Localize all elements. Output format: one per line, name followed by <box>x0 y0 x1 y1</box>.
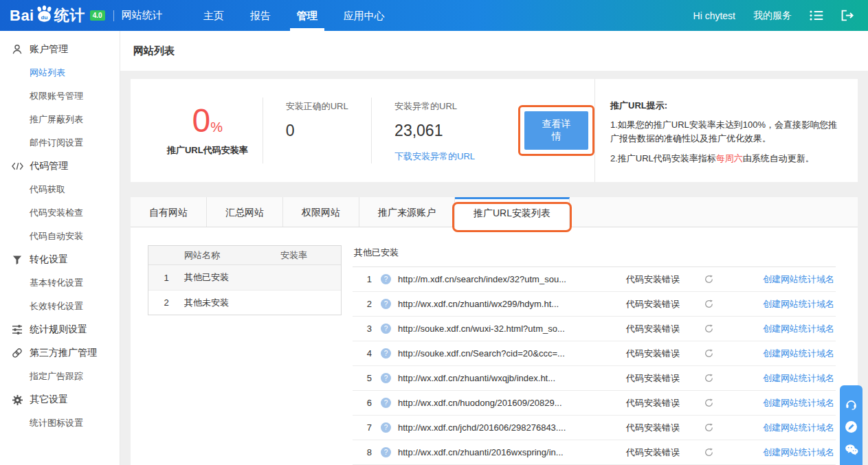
question-icon[interactable]: ? <box>381 324 391 334</box>
url-row-index: 3 <box>353 324 372 334</box>
sidebar-item-longterm-conversion[interactable]: 长效转化设置 <box>0 295 120 318</box>
sidebar-item-basic-conversion[interactable]: 基本转化设置 <box>0 271 120 295</box>
sidebar-item-code-install-check[interactable]: 代码安装检查 <box>0 201 120 225</box>
refresh-icon[interactable] <box>704 448 713 457</box>
refresh-icon[interactable] <box>704 398 713 407</box>
sidebar-section-account[interactable]: 账户管理 <box>0 38 120 61</box>
create-site-domain-link[interactable]: 创建网站统计域名 <box>763 422 836 434</box>
question-icon[interactable]: ? <box>381 447 391 457</box>
create-site-domain-link[interactable]: 创建网站统计域名 <box>763 348 836 360</box>
status-label: 代码安装错误 <box>626 323 695 335</box>
sidebar-item-code-auto-install[interactable]: 代码自动安装 <box>0 225 120 248</box>
sidebar-section-thirdparty[interactable]: 第三方推广管理 <box>0 341 120 365</box>
url-row: 6 ? http://wx.xdf.cn/huodong/201609/2082… <box>353 391 836 416</box>
question-icon[interactable]: ? <box>381 299 391 309</box>
tips-line-2-suffix: 由系统自动更新。 <box>743 153 814 163</box>
refresh-icon[interactable] <box>704 275 713 284</box>
create-site-domain-link[interactable]: 创建网站统计域名 <box>763 323 836 335</box>
install-stats-card: 0% 推广URL代码安装率 安装正确的URL 0 安装异常的URL 23,061… <box>131 79 858 182</box>
user-icon <box>11 44 23 55</box>
rate-unit: % <box>210 120 223 135</box>
top-header: Bai du 统计 4.0 网站统计 主页 报告 管理 应用中心 Hi <box>0 0 868 31</box>
question-icon[interactable]: ? <box>381 274 391 284</box>
install-rate-label: 推广URL代码安装率 <box>153 144 263 157</box>
site-row-installed[interactable]: 1 其他已安装 <box>148 265 341 290</box>
sidebar-item-website-list[interactable]: 网站列表 <box>0 61 120 84</box>
sidebar-item-permission-account[interactable]: 权限账号管理 <box>0 84 120 108</box>
tab-promo-source-accounts[interactable]: 推广来源账户 <box>359 197 455 227</box>
tab-promo-url-install-list[interactable]: 推广URL安装列表 <box>455 197 570 227</box>
sidebar-item-code-get[interactable]: 代码获取 <box>0 178 120 201</box>
nav-app-center[interactable]: 应用中心 <box>331 0 398 31</box>
status-label: 代码安装错误 <box>626 446 695 459</box>
refresh-icon[interactable] <box>704 374 713 383</box>
user-greeting[interactable]: Hi chytest <box>693 10 735 21</box>
refresh-icon[interactable] <box>704 423 713 432</box>
baidu-tongji-logo[interactable]: Bai du 统计 4.0 网站统计 <box>0 5 163 26</box>
tips-line-2-highlight: 每周六 <box>716 153 743 163</box>
sidebar-item-stat-icon-settings[interactable]: 统计图标设置 <box>0 411 120 435</box>
nav-app-center-label: 应用中心 <box>344 10 385 21</box>
create-site-domain-link[interactable]: 创建网站统计域名 <box>763 273 836 286</box>
site-name-table: 网站名称 安装率 1 其他已安装 2 其他未安装 <box>148 245 342 315</box>
url-row: 1 ? http://m.xdf.cn/search/index/32?utm_… <box>353 267 836 292</box>
list-menu-icon[interactable] <box>810 10 823 21</box>
tab-summary-sites[interactable]: 汇总网站 <box>207 197 283 227</box>
floating-toolbar <box>840 385 863 465</box>
url-row: 8 ? http://wx.xdf.cn/zhuanti/2016wxsprin… <box>353 440 836 465</box>
url-row-index: 8 <box>353 447 372 457</box>
sidebar-item-email-subscription[interactable]: 邮件订阅设置 <box>0 131 120 155</box>
status-label: 代码安装错误 <box>626 348 695 360</box>
sidebar-section-conversion[interactable]: 转化设置 <box>0 248 120 271</box>
download-abnormal-url-link[interactable]: 下载安装异常的URL <box>394 150 510 163</box>
tips-title: 推广URL提示: <box>610 100 840 112</box>
question-icon[interactable]: ? <box>381 398 391 408</box>
site-row-index: 2 <box>148 297 184 308</box>
correct-url-label: 安装正确的URL <box>286 100 371 113</box>
status-label: 代码安装错误 <box>626 372 695 385</box>
tab-own-sites[interactable]: 自有网站 <box>131 197 207 227</box>
url-row: 2 ? http://wx.xdf.cn/zhuanti/wx299/hdym.… <box>353 292 836 317</box>
my-services-link[interactable]: 我的服务 <box>753 10 792 22</box>
nav-home[interactable]: 主页 <box>190 0 237 31</box>
refresh-icon[interactable] <box>704 349 713 358</box>
refresh-icon[interactable] <box>704 299 713 308</box>
create-site-domain-link[interactable]: 创建网站统计域名 <box>763 446 836 459</box>
tips-line-1: 1.如果您的推广URL安装率未达到100%，会直接影响您推广报告数据的准确性以及… <box>610 118 840 146</box>
nav-reports[interactable]: 报告 <box>237 0 284 31</box>
abnormal-url-metric: 安装异常的URL 23,061 下载安装异常的URL <box>371 98 510 163</box>
site-row-not-installed[interactable]: 2 其他未安装 <box>148 290 341 315</box>
url-row-index: 2 <box>353 299 372 309</box>
url-row: 3 ? http://souke.xdf.cn/wuxi-32.html?utm… <box>353 317 836 341</box>
create-site-domain-link[interactable]: 创建网站统计域名 <box>763 372 836 385</box>
sidebar-section-code-label: 代码管理 <box>30 160 68 172</box>
refresh-icon[interactable] <box>704 324 713 333</box>
question-icon[interactable]: ? <box>381 373 391 383</box>
url-row-index: 7 <box>353 422 372 433</box>
sidebar-item-ad-tracking[interactable]: 指定广告跟踪 <box>0 365 120 388</box>
sidebar-section-other[interactable]: 其它设置 <box>0 388 120 411</box>
page-title: 网站列表 <box>133 45 175 58</box>
gear-icon <box>11 395 23 405</box>
logout-icon[interactable] <box>841 10 854 21</box>
view-details-button[interactable]: 查看详情 <box>524 111 588 150</box>
nav-manage[interactable]: 管理 <box>284 0 331 31</box>
customer-service-icon[interactable] <box>844 393 859 416</box>
sidebar-section-thirdparty-label: 第三方推广管理 <box>30 347 97 359</box>
question-icon[interactable]: ? <box>381 422 391 433</box>
question-icon[interactable]: ? <box>381 348 391 359</box>
status-label: 代码安装错误 <box>626 273 695 286</box>
sidebar-item-promo-block-list[interactable]: 推广屏蔽列表 <box>0 108 120 131</box>
sidebar-section-stat-rules[interactable]: 统计规则设置 <box>0 318 120 341</box>
feedback-icon[interactable] <box>844 416 859 438</box>
stats-metrics: 0% 推广URL代码安装率 安装正确的URL 0 安装异常的URL 23,061… <box>131 79 594 182</box>
url-install-list: 其他已安装 1 ? http://m.xdf.cn/search/index/3… <box>353 245 836 465</box>
site-table-name-header: 网站名称 <box>184 249 280 262</box>
create-site-domain-link[interactable]: 创建网站统计域名 <box>763 397 836 409</box>
rate-number: 0 <box>192 102 211 139</box>
sidebar-section-code[interactable]: 代码管理 <box>0 155 120 178</box>
status-label: 代码安装错误 <box>626 422 695 434</box>
tab-permission-sites[interactable]: 权限网站 <box>283 197 359 227</box>
wechat-icon[interactable] <box>844 438 859 461</box>
create-site-domain-link[interactable]: 创建网站统计域名 <box>763 298 836 310</box>
